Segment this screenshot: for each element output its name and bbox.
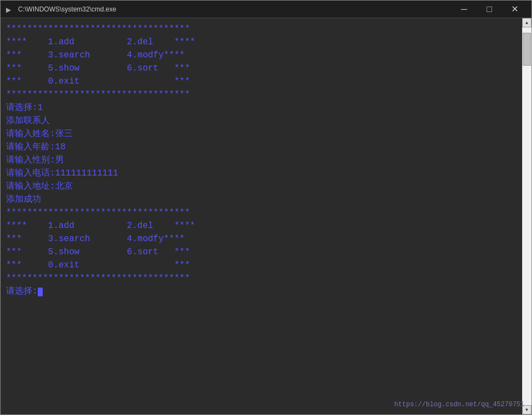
- menu-sep-3: ***********************************: [6, 208, 190, 218]
- menu-sep-4: ***********************************: [6, 273, 190, 283]
- gender-prompt: 请输入性别:男: [6, 155, 64, 165]
- window-controls: ─ □ ✕: [452, 1, 527, 18]
- prompt-2: 请选择:: [6, 287, 38, 296]
- content-area: *********************************** ****…: [1, 18, 531, 414]
- action-1: 添加联系人: [6, 116, 50, 126]
- success-msg: 添加成功: [6, 195, 41, 204]
- address-prompt: 请输入地址:北京: [6, 182, 73, 191]
- menu-line-8: *** 0.exit ***: [6, 260, 190, 270]
- watermark: https://blog.csdn.net/qq_45270751: [394, 401, 524, 408]
- menu-line-2: *** 3.search 4.modfy****: [6, 50, 184, 60]
- menu-line-6: *** 3.search 4.modfy****: [6, 234, 184, 244]
- menu-sep-1: ***********************************: [6, 24, 190, 34]
- menu-sep-2: ***********************************: [6, 90, 190, 100]
- cursor: [38, 288, 43, 296]
- scrollbar-thumb[interactable]: [523, 33, 531, 66]
- scroll-up-button[interactable]: ▲: [522, 18, 531, 27]
- phone-prompt: 请输入电话:111111111111: [6, 168, 118, 178]
- scrollbar[interactable]: ▲ ▼: [522, 18, 531, 414]
- terminal-output[interactable]: *********************************** ****…: [1, 18, 522, 414]
- menu-line-1: **** 1.add 2.del ****: [6, 37, 195, 47]
- title-bar: ▶ C:\WINDOWS\system32\cmd.exe ─ □ ✕: [1, 1, 531, 18]
- scrollbar-track[interactable]: [522, 27, 531, 405]
- svg-text:▶: ▶: [6, 7, 11, 14]
- maximize-button[interactable]: □: [477, 1, 502, 18]
- menu-line-3: *** 5.show 6.sort ***: [6, 63, 190, 73]
- minimize-button[interactable]: ─: [452, 1, 477, 18]
- window-title: C:\WINDOWS\system32\cmd.exe: [18, 5, 452, 13]
- cmd-window: ▶ C:\WINDOWS\system32\cmd.exe ─ □ ✕ ****…: [0, 0, 532, 415]
- menu-line-5: **** 1.add 2.del ****: [6, 221, 195, 231]
- prompt-1: 请选择:1: [6, 103, 43, 113]
- app-icon: ▶: [5, 5, 14, 14]
- close-button[interactable]: ✕: [502, 1, 527, 18]
- age-prompt: 请输入年龄:18: [6, 142, 66, 152]
- menu-line-7: *** 5.show 6.sort ***: [6, 247, 190, 257]
- name-prompt: 请输入姓名:张三: [6, 129, 73, 139]
- menu-line-4: *** 0.exit ***: [6, 77, 190, 86]
